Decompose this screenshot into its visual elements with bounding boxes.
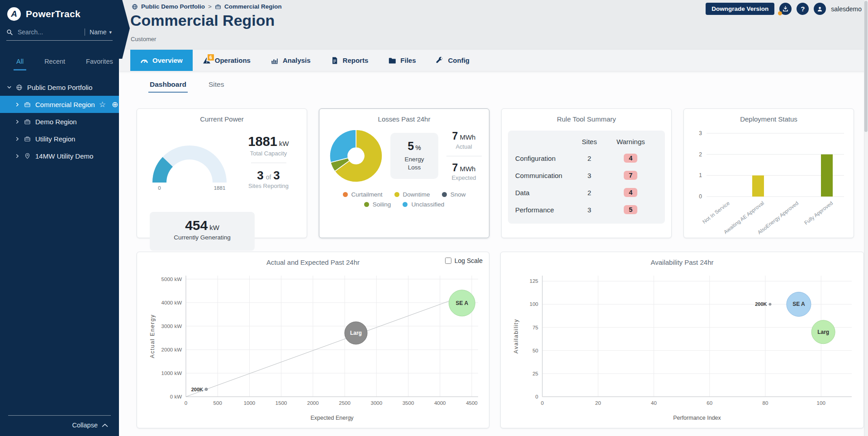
tree-item-utility-region[interactable]: Utility Region bbox=[0, 130, 119, 147]
app-title: PowerTrack bbox=[26, 9, 81, 19]
svg-text:80: 80 bbox=[763, 400, 768, 406]
search-input[interactable] bbox=[17, 28, 81, 36]
page-scrollbar[interactable] bbox=[864, 0, 868, 436]
expected-mwh-value: 7 bbox=[452, 162, 458, 173]
tree-item-demo-region[interactable]: Demo Region bbox=[0, 113, 119, 130]
log-scale-checkbox[interactable] bbox=[445, 258, 451, 264]
svg-text:2: 2 bbox=[699, 151, 702, 158]
sidebar-tab-all[interactable]: All bbox=[15, 58, 24, 70]
tree-item-label: 14MW Utility Demo bbox=[35, 152, 93, 160]
collapse-sidebar-button[interactable]: Collapse bbox=[70, 421, 111, 429]
favorite-star-icon[interactable]: ☆ bbox=[99, 101, 106, 108]
tab-reports[interactable]: Reports bbox=[321, 50, 379, 71]
sites-reporting-value: 3 bbox=[257, 169, 263, 182]
main-tab-bar: Overview 6 Operations Analysis Reports F… bbox=[119, 50, 868, 71]
app-logo[interactable]: A PowerTrack bbox=[0, 0, 119, 24]
subtab-dashboard[interactable]: Dashboard bbox=[149, 80, 187, 93]
chevron-right-icon bbox=[15, 102, 20, 107]
tab-analysis[interactable]: Analysis bbox=[261, 50, 321, 71]
alsoenergy-logo-icon: A bbox=[7, 7, 21, 21]
breadcrumb-region[interactable]: Commercial Region bbox=[224, 3, 282, 10]
actual-mwh-value: 7 bbox=[452, 130, 458, 142]
downgrade-version-button[interactable]: Downgrade Version bbox=[706, 3, 774, 15]
breadcrumb-portfolio[interactable]: Public Demo Portfolio bbox=[141, 3, 205, 10]
folder-icon bbox=[388, 56, 396, 65]
warnings-badge: 7 bbox=[624, 171, 637, 180]
svg-text:SE A: SE A bbox=[792, 301, 805, 307]
tab-config[interactable]: Config bbox=[426, 50, 479, 71]
svg-text:500: 500 bbox=[213, 400, 222, 406]
tab-files[interactable]: Files bbox=[378, 50, 426, 71]
svg-text:0: 0 bbox=[541, 400, 544, 406]
search-filter-label: Name bbox=[90, 28, 106, 36]
topbar-actions: Downgrade Version ? salesdemo bbox=[706, 3, 862, 15]
wrench-icon bbox=[436, 56, 444, 65]
legend-item-snow[interactable]: Snow bbox=[442, 191, 466, 198]
svg-text:Larg: Larg bbox=[817, 329, 829, 335]
subtab-sites[interactable]: Sites bbox=[208, 80, 224, 93]
dashboard-content: Dashboard Sites Current Power 01881 454k… bbox=[119, 71, 868, 436]
sidebar-tab-favorites[interactable]: Favorites bbox=[85, 58, 114, 70]
tree-item-14mw-utility-demo[interactable]: 14MW Utility Demo bbox=[0, 147, 119, 164]
sidebar-footer: Collapse bbox=[0, 410, 119, 436]
breadcrumb-separator: > bbox=[208, 3, 212, 10]
total-capacity-value: 1881 bbox=[248, 134, 277, 149]
table-header-row: Sites Warnings bbox=[515, 134, 658, 150]
divider bbox=[446, 156, 482, 156]
legend-item-unclassified[interactable]: Unclassified bbox=[403, 201, 444, 208]
svg-text:1000: 1000 bbox=[244, 400, 256, 406]
rule-category-label: Performance bbox=[515, 201, 575, 218]
legend-dot bbox=[403, 202, 408, 207]
svg-text:3: 3 bbox=[699, 130, 702, 136]
actual-expected-chart: 0500100015002000250030003500400045000 kW… bbox=[141, 271, 486, 426]
briefcase-icon bbox=[215, 4, 221, 10]
rule-category-label: Configuration bbox=[515, 150, 575, 167]
user-avatar-icon[interactable] bbox=[814, 3, 826, 15]
warnings-badge: 4 bbox=[624, 154, 637, 163]
legend-item-downtime[interactable]: Downtime bbox=[394, 191, 430, 198]
tree-item-label: Public Demo Portfolio bbox=[27, 84, 92, 91]
sub-tab-bar: Dashboard Sites bbox=[149, 80, 224, 93]
chevron-down-icon bbox=[7, 85, 12, 90]
chevron-right-icon bbox=[15, 136, 20, 141]
column-header-sites: Sites bbox=[575, 134, 603, 150]
sidebar-tab-recent[interactable]: Recent bbox=[43, 58, 66, 70]
column-header-warnings: Warnings bbox=[604, 134, 658, 150]
scrollbar-thumb[interactable] bbox=[864, 1, 868, 132]
current-power-gauge: 01881 bbox=[142, 136, 237, 195]
tree-item-label: Demo Region bbox=[35, 118, 77, 126]
svg-text:50: 50 bbox=[532, 348, 538, 353]
rule-category-label: Data bbox=[515, 184, 575, 201]
svg-text:3500: 3500 bbox=[403, 400, 414, 406]
energy-loss-label: Energy Loss bbox=[401, 155, 427, 172]
tab-operations[interactable]: 6 Operations bbox=[193, 50, 261, 71]
svg-text:40: 40 bbox=[651, 400, 657, 406]
rule-sites-count: 2 bbox=[575, 150, 603, 167]
legend-item-curtailment[interactable]: Curtailment bbox=[343, 191, 383, 198]
svg-text:3000: 3000 bbox=[371, 400, 383, 406]
tab-overview[interactable]: Overview bbox=[130, 50, 193, 71]
breadcrumb: Public Demo Portfolio > Commercial Regio… bbox=[132, 3, 282, 10]
add-circle-icon[interactable]: ⊕ bbox=[112, 101, 118, 108]
legend-dot bbox=[343, 192, 348, 197]
legend-item-soiling[interactable]: Soiling bbox=[364, 201, 391, 208]
map-pin-icon bbox=[24, 153, 31, 159]
tree-item-public-demo-portfolio[interactable]: Public Demo Portfolio bbox=[0, 79, 119, 96]
svg-text:125: 125 bbox=[530, 278, 538, 284]
search-filter-dropdown[interactable]: Name ▾ bbox=[89, 28, 113, 36]
tree-item-commercial-region[interactable]: Commercial Region ☆ ⊕ bbox=[0, 96, 119, 113]
svg-text:Expected Energy: Expected Energy bbox=[310, 415, 354, 421]
currently-generating-box: 454kW Currently Generating bbox=[150, 212, 255, 251]
help-icon[interactable]: ? bbox=[797, 3, 809, 15]
svg-text:Not In Service: Not In Service bbox=[702, 200, 730, 225]
svg-text:20: 20 bbox=[595, 400, 601, 406]
svg-text:100: 100 bbox=[817, 400, 825, 406]
rule-category-label: Communication bbox=[515, 167, 575, 184]
svg-text:2500: 2500 bbox=[339, 400, 351, 406]
svg-text:SE A: SE A bbox=[456, 300, 469, 306]
legend-dot bbox=[364, 202, 369, 207]
briefcase-icon bbox=[24, 136, 31, 142]
download-icon[interactable] bbox=[779, 3, 792, 15]
site-tree: Public Demo Portfolio Commercial Region … bbox=[0, 79, 119, 164]
current-power-card: Current Power 01881 454kW Currently Gene… bbox=[137, 108, 307, 238]
